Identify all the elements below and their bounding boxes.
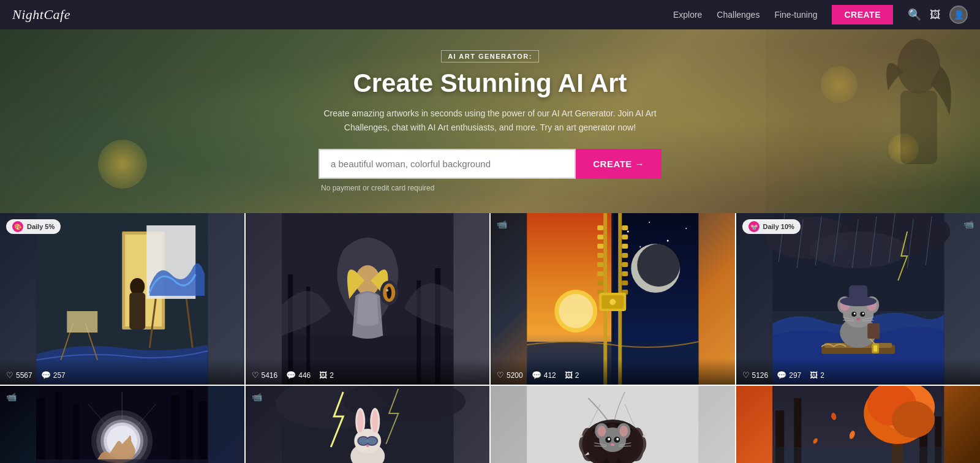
image-icon-2: 🖼 [319,371,327,380]
hero-content: AI ART GENERATOR: Create Stunning AI Art… [306,50,674,192]
image-search-icon[interactable]: 🖼 [930,9,941,21]
gallery-item-7[interactable] [491,386,735,463]
gallery-footer-4: ♡ 5126 💬 297 🖼 2 [736,358,981,385]
heart-icon-1: ♡ [6,371,13,380]
badge-avatar-4: 🐭 [748,221,760,232]
gallery-badge-1: 🎨 Daily 5% [6,219,61,234]
svg-rect-40 [597,235,603,239]
gallery-images-2: 🖼 2 [319,371,334,380]
gallery-images-3: 🖼 2 [565,371,579,380]
svg-point-145 [608,438,610,440]
svg-point-130 [358,437,368,445]
gallery-art-8 [736,386,981,463]
svg-point-60 [685,228,687,229]
comment-icon-4: 💬 [777,371,786,380]
comment-icon-3: 💬 [532,371,541,380]
navbar: NightCafe Explore Challenges Fine-tuning… [0,0,980,29]
svg-rect-46 [597,262,603,267]
gallery-item-3[interactable]: 📹 ♡ 5200 💬 412 🖼 2 [491,213,735,385]
gallery-likes-1: ♡ 5567 [6,371,32,380]
search-icon[interactable]: 🔍 [908,8,921,21]
heart-icon-4: ♡ [742,371,750,380]
gallery-footer-2: ♡ 5416 💬 446 🖼 2 [246,358,490,385]
nav-icons: 🔍 🖼 👤 [908,6,968,24]
gallery-comments-4: 💬 297 [777,371,801,380]
svg-rect-42 [597,244,603,249]
svg-rect-51 [622,280,628,285]
hero-title: Create Stunning AI Art [318,69,662,98]
svg-point-61 [639,246,641,247]
svg-rect-2 [900,91,937,164]
svg-rect-98 [873,345,877,352]
svg-point-140 [597,426,606,437]
comment-icon-1: 💬 [41,371,51,380]
video-badge-5: 📹 [6,392,17,402]
gallery-item-2[interactable]: ♡ 5416 💬 446 🖼 2 [246,213,490,385]
hero-note: No payment or credit card required [318,184,662,192]
video-badge-6: 📹 [252,392,262,402]
svg-point-34 [637,244,680,287]
svg-point-124 [357,410,363,432]
svg-rect-14 [67,311,97,333]
logo[interactable]: NightCafe [12,7,70,23]
svg-rect-48 [597,271,603,276]
svg-point-126 [372,410,378,432]
svg-rect-105 [171,395,179,463]
image-icon-3: 🖼 [565,371,573,380]
hero-eyebrow: AI ART GENERATOR: [441,50,539,62]
prompt-input[interactable] [318,149,576,179]
svg-rect-47 [622,262,628,267]
gallery-badge-4: 🐭 Daily 10% [742,219,801,234]
gallery-likes-4: ♡ 5126 [742,371,769,380]
svg-point-32 [559,294,593,328]
svg-point-132 [366,445,369,447]
hero-silhouette-svg [766,29,980,213]
svg-rect-102 [36,398,45,463]
comment-icon-2: 💬 [286,371,296,380]
heart-icon-3: ♡ [497,371,504,380]
hero-create-button[interactable]: CREATE → [576,149,662,179]
gallery-item-5[interactable]: 📹 [0,386,244,463]
svg-point-26 [386,289,388,292]
nav-challenges[interactable]: Challenges [717,10,760,20]
svg-rect-50 [597,280,603,285]
svg-rect-103 [55,392,62,463]
svg-point-10 [130,278,145,295]
gallery-likes-3: ♡ 5200 [497,371,523,380]
hero-input-row: CREATE → [318,149,662,179]
svg-rect-41 [622,235,628,239]
nav-finetuning[interactable]: Fine-tuning [774,10,817,20]
svg-rect-99 [867,323,880,339]
video-badge-3: 📹 [497,219,507,229]
gallery-footer-3: ♡ 5200 💬 412 🖼 2 [491,358,735,385]
svg-rect-107 [198,401,206,463]
svg-rect-113 [36,459,208,463]
gallery-item-4[interactable]: 🐭 Daily 10% 📹 ♡ 5126 💬 297 🖼 2 [736,213,981,385]
image-icon-4: 🖼 [810,371,818,380]
gallery-footer-1: ♡ 5567 💬 257 [0,358,244,385]
gallery-likes-2: ♡ 5416 [252,371,278,380]
hero-section: AI ART GENERATOR: Create Stunning AI Art… [0,29,980,213]
svg-rect-11 [129,293,145,329]
svg-point-87 [853,313,855,315]
svg-point-89 [856,318,860,320]
gallery-item-8[interactable] [736,386,981,463]
nav-create-button[interactable]: CREATE [832,5,893,24]
svg-point-25 [386,287,391,299]
svg-rect-44 [597,253,603,258]
nav-explore[interactable]: Explore [673,10,702,20]
svg-point-58 [649,222,650,223]
gallery-item-1[interactable]: 🎨 Daily 5% ♡ 5567 💬 257 [0,213,244,385]
badge-avatar-1: 🎨 [12,221,23,232]
badge-label-4: Daily 10% [763,223,794,230]
svg-point-146 [616,438,619,440]
svg-rect-45 [622,253,628,258]
svg-rect-43 [622,244,628,249]
svg-point-88 [862,313,864,315]
svg-point-59 [667,240,669,242]
avatar[interactable]: 👤 [949,6,968,24]
gallery-section: 🎨 Daily 5% ♡ 5567 💬 257 [0,213,980,463]
svg-point-142 [619,426,628,437]
svg-rect-171 [772,447,944,463]
gallery-item-6[interactable]: 📹 [246,386,490,463]
